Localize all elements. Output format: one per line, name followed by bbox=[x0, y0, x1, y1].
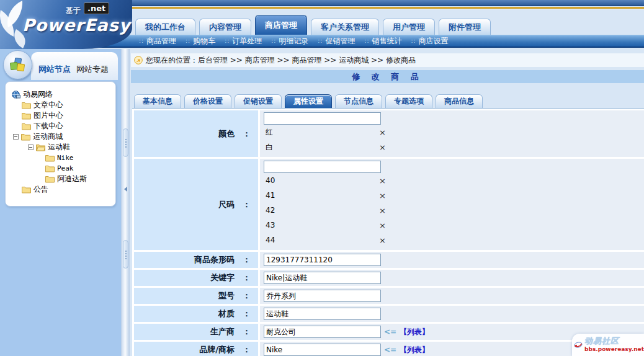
remove-icon[interactable]: × bbox=[379, 192, 386, 200]
collapse-toggle-icon[interactable] bbox=[13, 134, 19, 140]
tab-price-settings[interactable]: 价格设置 bbox=[184, 94, 231, 108]
field-label: 材质 ： bbox=[134, 306, 258, 322]
field-label: 商品条形码 ： bbox=[134, 252, 258, 268]
remove-icon[interactable]: × bbox=[379, 207, 386, 215]
brand-input[interactable] bbox=[264, 344, 381, 356]
tree-item-label: 运动商城 bbox=[33, 131, 63, 142]
label-colon: ： bbox=[243, 326, 251, 337]
tree-item-sport-mall[interactable]: 运动商城 bbox=[9, 131, 113, 142]
model-input[interactable] bbox=[264, 290, 381, 302]
label-colon: ： bbox=[243, 308, 251, 319]
submenu-item-sales-stats[interactable]: ::销售统计 bbox=[364, 36, 401, 47]
submenu-item-cart[interactable]: ::购物车 bbox=[186, 36, 215, 47]
tree-item-peak[interactable]: Peak bbox=[9, 163, 113, 174]
field-label: 品牌/商标 ： bbox=[134, 342, 258, 356]
remove-icon[interactable]: × bbox=[379, 143, 386, 151]
tree-item-nike[interactable]: Nike bbox=[9, 153, 113, 163]
tab-content-management[interactable]: 内容管理 bbox=[199, 19, 251, 35]
folder-icon bbox=[21, 133, 30, 141]
brand-name: PowerEasy® bbox=[22, 16, 132, 35]
field-value-cell: 红 × 白 × bbox=[260, 110, 644, 157]
breadcrumb-text: 您现在的位置：后台管理 >> 商店管理 >> 商品管理 >> 运动商城 >> 修… bbox=[146, 55, 416, 66]
tree-item-label: 下载中心 bbox=[34, 121, 63, 131]
tab-attachment-management[interactable]: 附件管理 bbox=[439, 19, 491, 35]
tree-item-adidas[interactable]: 阿迪达斯 bbox=[9, 174, 113, 184]
field-value-cell bbox=[260, 270, 644, 286]
bullet-icon: :: bbox=[139, 38, 144, 44]
sidebar-tab-site-nodes[interactable]: 网站节点 bbox=[38, 64, 71, 75]
tab-crm[interactable]: 客户关系管理 bbox=[311, 19, 379, 35]
submenu-item-orders[interactable]: ::订单处理 bbox=[225, 36, 262, 47]
field-label-text: 材质 bbox=[218, 308, 235, 319]
barcode-input[interactable] bbox=[264, 254, 381, 266]
remove-icon[interactable]: × bbox=[379, 177, 386, 185]
size-input[interactable] bbox=[264, 161, 381, 173]
tree-item-sport-shoes[interactable]: 运动鞋 bbox=[9, 142, 113, 153]
color-item-text: 红 bbox=[266, 127, 273, 138]
label-colon: ： bbox=[243, 199, 251, 210]
arrow-left-icon: <= bbox=[384, 345, 396, 354]
tab-user-management[interactable]: 用户管理 bbox=[383, 19, 435, 35]
admin-window: 我的工作台 内容管理 商店管理 客户关系管理 用户管理 附件管理 ::商品管理 … bbox=[0, 0, 644, 356]
folder-icon bbox=[22, 123, 31, 130]
tree-item-label: 公告 bbox=[34, 184, 48, 195]
tab-topic-options[interactable]: 专题选项 bbox=[385, 94, 432, 108]
field-label: 尺码 ： bbox=[134, 159, 258, 250]
form-row-model: 型号 ： bbox=[134, 288, 644, 304]
tab-promotion-settings[interactable]: 促销设置 bbox=[235, 94, 282, 108]
submenu-item-shop-settings[interactable]: ::商店设置 bbox=[411, 36, 448, 47]
brand-list-link[interactable]: 【列表】 bbox=[400, 345, 429, 355]
field-label-text: 生产商 bbox=[210, 326, 235, 337]
collapse-toggle-icon[interactable] bbox=[28, 145, 34, 150]
tab-basic-info[interactable]: 基本信息 bbox=[134, 94, 181, 108]
main-nav-tabs: 我的工作台 内容管理 商店管理 客户关系管理 用户管理 附件管理 bbox=[135, 15, 491, 35]
submenu-item-details[interactable]: ::明细记录 bbox=[271, 36, 308, 47]
keywords-input[interactable] bbox=[264, 272, 381, 284]
remove-icon[interactable]: × bbox=[379, 236, 386, 244]
sidebar-tabs: 网站节点 网站专题 bbox=[38, 64, 109, 75]
field-label-text: 商品条形码 bbox=[194, 254, 235, 265]
tab-attribute-settings[interactable]: 属性设置 bbox=[285, 94, 332, 108]
based-on-label: 基于 bbox=[66, 6, 81, 16]
splitter-grip[interactable] bbox=[123, 240, 128, 269]
sidebar-splitter[interactable] bbox=[121, 49, 130, 356]
size-item: 43 × bbox=[264, 218, 386, 233]
form-row-manufacturer: 生产商 ： <= 【列表】 bbox=[134, 324, 644, 340]
tab-my-workbench[interactable]: 我的工作台 bbox=[135, 19, 195, 35]
size-item-text: 43 bbox=[266, 221, 275, 229]
submenu-item-goods[interactable]: ::商品管理 bbox=[139, 36, 176, 47]
tree-item-article-center[interactable]: 文章中心 bbox=[9, 100, 113, 110]
size-item: 42 × bbox=[264, 203, 386, 218]
manufacturer-list-link[interactable]: 【列表】 bbox=[400, 327, 429, 337]
manufacturer-input[interactable] bbox=[264, 326, 381, 338]
sidebar-tab-site-topics[interactable]: 网站专题 bbox=[76, 64, 109, 75]
splitter-grip[interactable] bbox=[123, 128, 128, 157]
folder-icon bbox=[45, 154, 55, 162]
tree-item-announcement[interactable]: 公告 bbox=[9, 184, 113, 195]
tree-item-label: Peak bbox=[57, 163, 74, 174]
tree-item-download-center[interactable]: 下载中心 bbox=[9, 121, 113, 131]
tab-product-info[interactable]: 商品信息 bbox=[436, 94, 483, 108]
tree-item-image-center[interactable]: 图片中心 bbox=[9, 110, 113, 121]
folder-icon bbox=[45, 176, 55, 183]
tree-item-label: Nike bbox=[57, 153, 74, 163]
location-arrow-icon bbox=[134, 56, 143, 65]
submenu-item-promotion[interactable]: ::促销管理 bbox=[318, 36, 355, 47]
size-item: 40 × bbox=[264, 173, 386, 188]
size-item-text: 44 bbox=[266, 236, 275, 244]
tree-item-root[interactable]: 动易网络 bbox=[9, 89, 113, 100]
cubes-icon bbox=[3, 50, 32, 79]
arrow-left-icon: <= bbox=[384, 327, 396, 336]
remove-icon[interactable]: × bbox=[379, 221, 386, 229]
remove-icon[interactable]: × bbox=[379, 128, 386, 136]
folder-icon bbox=[22, 186, 31, 194]
material-input[interactable] bbox=[264, 308, 381, 320]
tab-shop-management[interactable]: 商店管理 bbox=[255, 15, 307, 35]
field-value-cell bbox=[260, 252, 644, 268]
color-input[interactable] bbox=[264, 112, 381, 125]
tab-node-info[interactable]: 节点信息 bbox=[335, 94, 382, 108]
tree-item-label: 图片中心 bbox=[34, 110, 63, 121]
collapse-sidebar-arrow-icon[interactable] bbox=[124, 187, 127, 192]
form-row-size: 尺码 ： 40 × 41 × 42 × bbox=[134, 159, 644, 250]
powereasy-community-logo-icon bbox=[574, 337, 583, 353]
